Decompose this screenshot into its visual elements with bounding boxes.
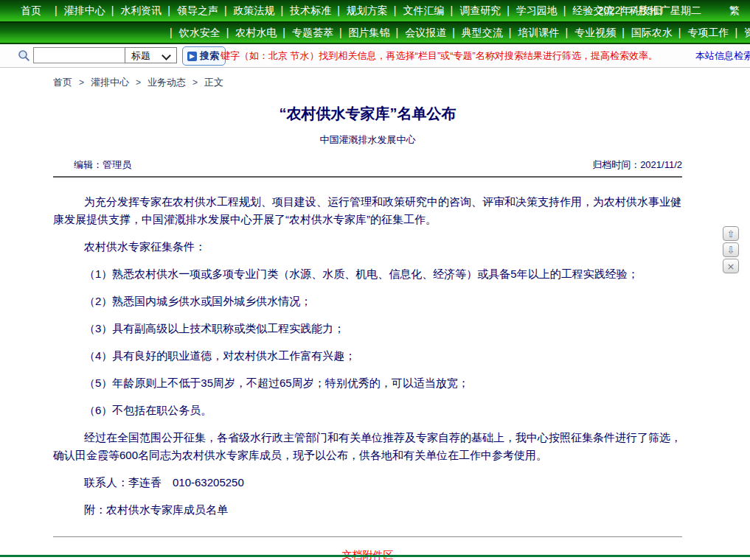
article: “农村供水专家库”名单公布 中国灌溉排水发展中心 编辑：管理员 归档时间：202… xyxy=(53,104,682,560)
breadcrumb: 首页灌排中心业务动态正文 xyxy=(0,68,750,94)
search-hint-text: 键字（如：北京 节水）找到相关信息，再选择“栏目”或“专题”名称对搜索结果进行筛… xyxy=(221,44,658,67)
breadcrumb-item[interactable]: 正文 xyxy=(186,77,223,88)
top-nav-item[interactable]: 调查研究 xyxy=(444,0,501,21)
page-title: “农村供水专家库”名单公布 xyxy=(53,104,682,124)
article-paragraph: （4）具有良好的职业道德，对农村供水工作富有兴趣； xyxy=(53,347,682,365)
article-paragraph: 农村供水专家征集条件： xyxy=(53,238,682,256)
footer-divider xyxy=(0,555,750,557)
scroll-up-button[interactable]: ⇧ xyxy=(723,226,739,241)
article-paragraph: （6）不包括在职公务员。 xyxy=(53,402,682,419)
article-paragraph: 联系人：李连香 010-63205250 xyxy=(53,474,682,491)
breadcrumb-item[interactable]: 灌排中心 xyxy=(72,77,129,88)
search-icon xyxy=(18,49,30,62)
top-nav-item[interactable]: 水利资讯 xyxy=(105,0,162,21)
sub-nav-item[interactable]: 专业视频 xyxy=(559,23,616,43)
article-paragraph: （5）年龄原则上不低于35周岁，不超过65周岁；特别优秀的，可以适当放宽； xyxy=(53,374,682,392)
search-button[interactable]: ▶ 搜索 xyxy=(182,46,226,66)
article-paragraph: （2）熟悉国内城乡供水或国外城乡供水情况； xyxy=(53,293,682,310)
article-paragraph: 附：农村供水专家库成员名单 xyxy=(53,501,682,519)
sub-nav-bar: 饮水安全农村水电专题荟萃图片集锦会议报道典型交流培训课件专业视频国际农水专项工作… xyxy=(0,23,750,44)
top-nav-item[interactable]: 政策法规 xyxy=(218,0,275,21)
sub-nav-item[interactable]: 典型交流 xyxy=(446,23,503,43)
search-go-icon: ▶ xyxy=(187,52,197,61)
attachment-divider xyxy=(53,536,682,537)
sub-nav-item[interactable]: 专题荟萃 xyxy=(277,23,333,43)
nav-item-home[interactable]: 首页 xyxy=(21,0,41,21)
search-scope-select[interactable]: 标题 xyxy=(125,47,177,63)
top-nav-item[interactable]: 技术标准 xyxy=(275,0,332,21)
article-paragraph: （1）熟悉农村供水一项或多项专业门类（水源、水质、机电、信息化、经济等）或具备5… xyxy=(53,265,682,283)
top-nav-item[interactable]: 规划方案 xyxy=(331,0,388,21)
article-meta: 编辑：管理员 归档时间：2021/11/2 xyxy=(53,158,682,172)
current-date: 2022年7月5日 xyxy=(598,4,664,16)
top-nav-bar: 首页灌排中心水利资讯领导之声政策法规技术标准规划方案文件汇编调查研究学习园地经验… xyxy=(0,0,750,23)
search-input[interactable] xyxy=(33,47,126,63)
top-nav-item[interactable]: 学习园地 xyxy=(501,0,558,21)
sub-nav-item[interactable]: 国际农水 xyxy=(616,23,673,43)
traditional-chinese-toggle[interactable]: 繁 xyxy=(729,4,740,16)
article-paragraph: （3）具有副高级以上技术职称或类似工程实践能力； xyxy=(53,320,682,337)
sub-nav-item[interactable]: 资料共享 xyxy=(729,23,750,43)
breadcrumb-item[interactable]: 首页 xyxy=(53,77,72,88)
sub-nav-item[interactable]: 图片集锦 xyxy=(333,23,390,43)
top-nav-item[interactable]: 灌排中心 xyxy=(49,0,105,21)
search-button-label: 搜索 xyxy=(200,49,219,63)
arrow-up-icon: ⇧ xyxy=(727,228,735,239)
scroll-down-button[interactable]: ⇩ xyxy=(723,242,739,257)
sub-nav-item[interactable]: 农村水电 xyxy=(221,23,277,43)
breadcrumb-item[interactable]: 业务动态 xyxy=(129,77,186,88)
archive-time-label: 归档时间：2021/11/2 xyxy=(592,158,682,172)
article-paragraph: 为充分发挥专家在农村供水工程规划、项目建设、运行管理和政策研究中的咨询、评审和决… xyxy=(53,193,682,228)
search-bar: 标题 ▶ 搜索 键字（如：北京 节水）找到相关信息，再选择“栏目”或“专题”名称… xyxy=(0,44,750,68)
page: 首页灌排中心水利资讯领导之声政策法规技术标准规划方案文件汇编调查研究学习园地经验… xyxy=(0,0,750,560)
site-search-link[interactable]: 本站信息检索 xyxy=(695,44,750,67)
current-weekday: 星期二 xyxy=(670,4,701,16)
article-source: 中国灌溉排水发展中心 xyxy=(53,133,682,147)
top-nav-item[interactable]: 领导之声 xyxy=(162,0,218,21)
chevron-down-icon xyxy=(162,51,171,60)
arrow-down-icon: ⇩ xyxy=(727,245,735,256)
sub-nav-item[interactable]: 培训课件 xyxy=(503,23,560,43)
article-paragraph: 经过在全国范围公开征集，各省级水行政主管部门和有关单位推荐及专家自荐的基础上，我… xyxy=(53,429,682,464)
article-body: 为充分发挥专家在农村供水工程规划、项目建设、运行管理和政策研究中的咨询、评审和决… xyxy=(53,178,682,519)
top-bar-right: 2022年7月5日 星期二 繁 xyxy=(598,0,740,21)
top-nav-item[interactable]: 文件汇编 xyxy=(388,0,445,21)
sub-nav-item[interactable]: 饮水安全 xyxy=(164,23,221,43)
search-scope-value: 标题 xyxy=(131,50,150,61)
float-toolbar: ⇧ ⇩ × xyxy=(723,226,739,273)
editor-label: 编辑：管理员 xyxy=(74,158,131,172)
sub-nav-item[interactable]: 专项工作 xyxy=(673,23,729,43)
sub-nav-item[interactable]: 会议报道 xyxy=(390,23,447,43)
close-icon: × xyxy=(727,261,735,272)
close-toolbar-button[interactable]: × xyxy=(723,259,739,273)
